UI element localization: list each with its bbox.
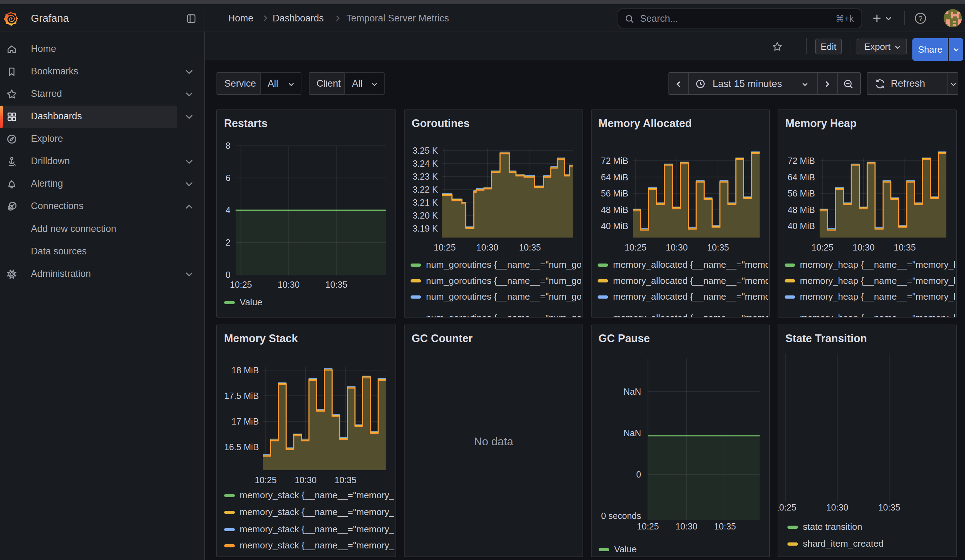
svg-text:18 MiB: 18 MiB <box>232 365 259 375</box>
svg-text:10:35: 10:35 <box>894 242 916 252</box>
svg-text:3.19 K: 3.19 K <box>413 224 438 233</box>
svg-text:64 MiB: 64 MiB <box>601 172 628 182</box>
svg-text:3.21 K: 3.21 K <box>413 198 438 207</box>
svg-text:64 MiB: 64 MiB <box>788 172 815 182</box>
svg-text:10:25: 10:25 <box>434 242 456 252</box>
svg-text:48 MiB: 48 MiB <box>788 205 815 215</box>
svg-text:48 MiB: 48 MiB <box>601 205 628 215</box>
svg-text:10:25: 10:25 <box>637 521 659 531</box>
svg-text:10:30: 10:30 <box>476 242 499 252</box>
svg-text:10:25: 10:25 <box>625 242 647 252</box>
svg-text:10:35: 10:35 <box>878 503 900 512</box>
svg-text:NaN: NaN <box>623 387 641 397</box>
svg-text:10:30: 10:30 <box>295 475 317 485</box>
svg-text:17 MiB: 17 MiB <box>232 416 259 426</box>
svg-text:10:30: 10:30 <box>278 280 300 289</box>
svg-text:10:35: 10:35 <box>714 521 736 531</box>
svg-text:3.25 K: 3.25 K <box>413 145 438 155</box>
svg-text:10:30: 10:30 <box>676 521 698 531</box>
svg-text:10:25: 10:25 <box>778 503 796 512</box>
svg-text:3.22 K: 3.22 K <box>413 184 438 194</box>
svg-text:40 MiB: 40 MiB <box>601 221 628 231</box>
svg-text:16.5 MiB: 16.5 MiB <box>224 442 259 452</box>
svg-text:8: 8 <box>226 141 231 150</box>
svg-text:56 MiB: 56 MiB <box>601 188 628 198</box>
svg-text:10:35: 10:35 <box>519 242 541 252</box>
svg-text:10:35: 10:35 <box>325 280 348 289</box>
svg-text:56 MiB: 56 MiB <box>788 188 815 198</box>
svg-text:0 seconds: 0 seconds <box>601 511 641 521</box>
svg-text:10:25: 10:25 <box>230 280 252 289</box>
svg-text:3.23 K: 3.23 K <box>413 171 438 181</box>
svg-text:4: 4 <box>226 205 231 215</box>
svg-text:?: ? <box>918 15 922 23</box>
svg-text:10:35: 10:35 <box>707 242 729 252</box>
svg-text:72 MiB: 72 MiB <box>788 156 815 166</box>
svg-text:0: 0 <box>636 469 641 479</box>
svg-text:10:30: 10:30 <box>853 242 875 252</box>
svg-text:72 MiB: 72 MiB <box>601 156 628 166</box>
svg-text:NaN: NaN <box>623 428 641 438</box>
svg-text:10:25: 10:25 <box>812 242 834 252</box>
svg-text:0: 0 <box>226 270 231 280</box>
svg-text:3.24 K: 3.24 K <box>413 158 438 168</box>
svg-text:10:30: 10:30 <box>666 242 688 252</box>
svg-text:10:35: 10:35 <box>335 475 357 485</box>
svg-text:40 MiB: 40 MiB <box>788 221 815 231</box>
svg-text:10:30: 10:30 <box>826 503 849 512</box>
svg-text:10:25: 10:25 <box>255 475 277 485</box>
svg-text:3.20 K: 3.20 K <box>413 211 438 220</box>
svg-text:17.5 MiB: 17.5 MiB <box>224 391 259 401</box>
svg-text:6: 6 <box>226 173 231 183</box>
svg-text:2: 2 <box>226 238 231 247</box>
